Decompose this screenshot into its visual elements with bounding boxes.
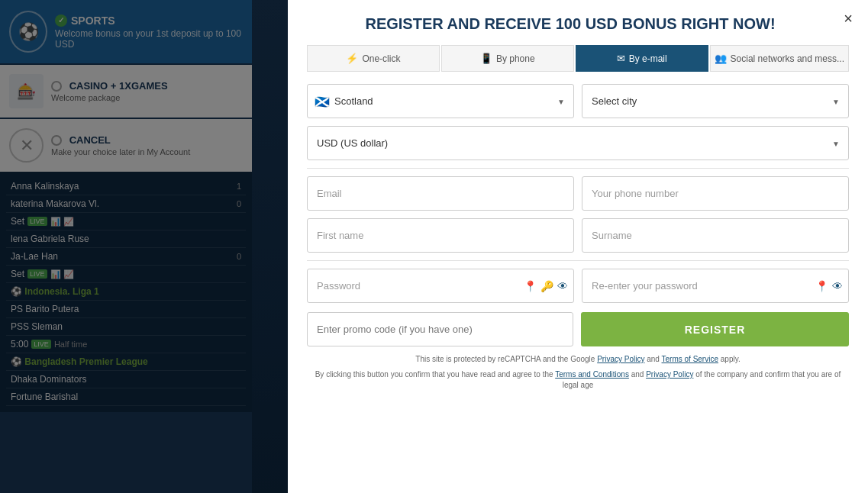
social-icon: 👥 [715, 53, 727, 64]
email-field [307, 176, 574, 211]
pin-icon[interactable]: 📍 [524, 280, 537, 292]
tab-by-phone[interactable]: 📱 By phone [441, 45, 574, 72]
country-field: 🏴󠁧󠁢󠁳󠁣󠁴󠁿 Scotland [307, 84, 574, 118]
pin-icon2[interactable]: 📍 [815, 280, 828, 292]
phone-field [582, 176, 849, 211]
divider-2 [307, 260, 849, 261]
scotland-flag-icon: 🏴󠁧󠁢󠁳󠁣󠁴󠁿 [315, 94, 330, 108]
email-input[interactable] [307, 176, 574, 211]
firstname-input[interactable] [307, 218, 574, 253]
lightning-icon: ⚡ [346, 53, 358, 64]
tab-social[interactable]: 👥 Social networks and mess... [710, 45, 849, 72]
eye-icon2[interactable]: 👁 [832, 280, 843, 292]
register-modal: × REGISTER AND RECEIVE 100 USD BONUS RIG… [288, 0, 868, 493]
surname-input[interactable] [582, 218, 849, 253]
name-row [307, 218, 849, 253]
tab-one-click[interactable]: ⚡ One-click [307, 45, 440, 72]
country-select[interactable]: Scotland [307, 84, 574, 118]
legal-text-1: This site is protected by reCAPTCHA and … [307, 354, 849, 365]
surname-field [582, 218, 849, 253]
legal-text-2: By clicking this button you confirm that… [307, 369, 849, 391]
register-button[interactable]: REGISTER [581, 312, 849, 346]
modal-overlay: × REGISTER AND RECEIVE 100 USD BONUS RIG… [0, 0, 868, 493]
modal-title: REGISTER AND RECEIVE 100 USD BONUS RIGHT… [307, 15, 849, 33]
currency-field: USD (US dollar) [307, 126, 849, 160]
terms-service-link[interactable]: Terms of Service [662, 355, 718, 363]
currency-select[interactable]: USD (US dollar) [307, 126, 849, 160]
terms-conditions-link[interactable]: Terms and Conditions [555, 370, 629, 379]
password-row: 📍 🔑 👁 📍 👁 [307, 269, 849, 303]
city-field: Select city [582, 84, 849, 118]
email-icon: ✉ [617, 53, 625, 64]
email-phone-row [307, 176, 849, 211]
key-icon[interactable]: 🔑 [540, 280, 553, 292]
tab-by-email[interactable]: ✉ By e-mail [576, 45, 708, 72]
eye-icon[interactable]: 👁 [557, 280, 568, 292]
phone-input[interactable] [582, 176, 849, 211]
city-select[interactable]: Select city [582, 84, 849, 118]
promo-input[interactable] [307, 312, 573, 346]
tabs-container: ⚡ One-click 📱 By phone ✉ By e-mail 👥 Soc… [307, 45, 849, 72]
password-field: 📍 🔑 👁 [307, 269, 574, 303]
privacy-policy-link[interactable]: Privacy Policy [597, 355, 644, 363]
phone-icon: 📱 [480, 53, 492, 64]
password-icons: 📍 🔑 👁 [524, 280, 568, 292]
privacy-policy-link-2[interactable]: Privacy Policy [646, 370, 693, 379]
promo-register-row: REGISTER [307, 312, 849, 346]
firstname-field [307, 218, 574, 253]
country-city-row: 🏴󠁧󠁢󠁳󠁣󠁴󠁿 Scotland Select city [307, 84, 849, 118]
repassword-field: 📍 👁 [582, 269, 849, 303]
repassword-icons: 📍 👁 [815, 280, 843, 292]
divider-1 [307, 168, 849, 169]
repassword-input[interactable] [582, 269, 849, 303]
close-button[interactable]: × [837, 8, 859, 29]
